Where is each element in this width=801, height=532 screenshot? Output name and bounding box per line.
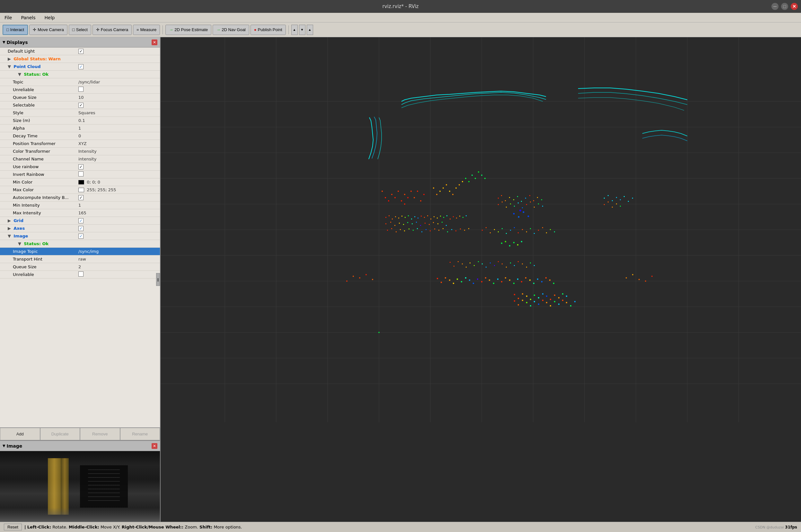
pc-status-arrow[interactable]: ▼ bbox=[18, 72, 21, 77]
measure-icon: = bbox=[136, 27, 139, 32]
displays-collapse-icon[interactable]: ▼ bbox=[3, 40, 5, 44]
invertrainbow-checkbox[interactable] bbox=[78, 171, 84, 176]
minimize-button[interactable]: ─ bbox=[771, 3, 779, 10]
svg-rect-104 bbox=[417, 228, 418, 229]
toolbar-arrow-down[interactable]: ▼ bbox=[299, 25, 306, 35]
statusbar: Reset | Left-Click: Rotate. Middle-Click… bbox=[0, 522, 801, 532]
svg-rect-148 bbox=[510, 230, 511, 231]
display-row-selectable: Selectable bbox=[0, 101, 160, 109]
displays-scroll[interactable]: Default Light ▶ Global Status: Warn ▼ Po… bbox=[0, 48, 160, 428]
toolbar-2dpose-button[interactable]: → 2D Pose Estimate bbox=[165, 25, 211, 35]
svg-rect-73 bbox=[440, 216, 441, 216]
svg-rect-139 bbox=[538, 204, 539, 204]
display-row-imagetopic[interactable]: Image Topic /sync/img bbox=[0, 248, 160, 255]
svg-rect-219 bbox=[489, 280, 490, 281]
alpha-label: Alpha bbox=[13, 126, 25, 131]
svg-rect-238 bbox=[522, 293, 523, 294]
axes-checkbox[interactable] bbox=[78, 226, 84, 231]
image-arrow[interactable]: ▼ bbox=[8, 233, 11, 239]
toolbar-focuscamera-button[interactable]: ✛ Focus Camera bbox=[92, 25, 132, 35]
globalstatus-arrow[interactable]: ▶ bbox=[8, 56, 11, 61]
svg-rect-110 bbox=[442, 228, 443, 229]
svg-rect-76 bbox=[450, 218, 451, 220]
menu-panels[interactable]: Panels bbox=[19, 15, 37, 21]
grid-arrow[interactable]: ▶ bbox=[8, 218, 11, 223]
fps-value: 31fps bbox=[785, 525, 797, 529]
panel-resize-handle[interactable]: ‖ bbox=[156, 273, 160, 286]
image-status-arrow[interactable]: ▼ bbox=[18, 241, 21, 246]
menu-help[interactable]: Help bbox=[43, 15, 57, 21]
svg-rect-64 bbox=[411, 218, 412, 220]
svg-rect-89 bbox=[416, 222, 417, 223]
userainbow-checkbox[interactable] bbox=[78, 164, 84, 169]
svg-rect-116 bbox=[468, 228, 469, 229]
svg-rect-246 bbox=[554, 294, 555, 296]
size-label: Size (m) bbox=[13, 118, 30, 123]
image-panel-title: Image bbox=[6, 443, 22, 449]
toolbar-interact-button[interactable]: □ Interact bbox=[3, 25, 28, 35]
svg-rect-243 bbox=[542, 293, 543, 294]
axes-arrow[interactable]: ▶ bbox=[8, 226, 11, 231]
svg-rect-205 bbox=[521, 241, 522, 242]
svg-point-45 bbox=[452, 194, 454, 195]
toolbar-select-button[interactable]: □ Select bbox=[69, 25, 91, 35]
remove-button[interactable]: Remove bbox=[80, 428, 120, 440]
svg-point-44 bbox=[449, 191, 450, 192]
pointcloud-arrow[interactable]: ▼ bbox=[8, 64, 11, 69]
display-row-maxintensity: Max Intensity 165 bbox=[0, 209, 160, 217]
3d-viewport[interactable] bbox=[161, 37, 801, 522]
close-button[interactable]: ✕ bbox=[791, 3, 798, 10]
svg-rect-147 bbox=[506, 233, 507, 234]
grid-svg bbox=[161, 37, 801, 522]
img-queuesize-value: 2 bbox=[78, 264, 81, 269]
maxcolor-value: 255; 255; 255 bbox=[87, 187, 116, 192]
svg-rect-222 bbox=[501, 281, 502, 282]
svg-point-51 bbox=[472, 174, 473, 176]
svg-rect-83 bbox=[390, 222, 391, 223]
svg-point-266 bbox=[359, 277, 360, 279]
toolbar-arrow-left[interactable]: ▲ bbox=[291, 25, 298, 35]
svg-point-28 bbox=[395, 197, 396, 198]
duplicate-button[interactable]: Duplicate bbox=[40, 428, 80, 440]
pointcloud-checkbox[interactable] bbox=[78, 64, 84, 69]
svg-rect-229 bbox=[529, 280, 531, 281]
image-collapse-icon[interactable]: ▼ bbox=[3, 444, 5, 448]
grid-checkbox[interactable] bbox=[78, 218, 84, 223]
svg-rect-185 bbox=[616, 197, 617, 198]
svg-rect-200 bbox=[501, 243, 502, 244]
svg-rect-122 bbox=[517, 196, 518, 197]
mincolor-swatch[interactable] bbox=[78, 180, 84, 185]
display-row-autocompute: Autocompute Intensity B... bbox=[0, 194, 160, 202]
svg-rect-254 bbox=[530, 305, 531, 306]
add-button[interactable]: Add bbox=[0, 428, 40, 440]
img-unreliable-checkbox[interactable] bbox=[78, 271, 84, 277]
reset-button[interactable]: Reset bbox=[4, 524, 22, 530]
svg-point-275 bbox=[651, 276, 653, 277]
svg-rect-213 bbox=[465, 277, 466, 279]
selectable-label: Selectable bbox=[13, 103, 35, 108]
unreliable-checkbox[interactable] bbox=[78, 87, 84, 92]
toolbar-movecamera-button[interactable]: ✛ Move Camera bbox=[29, 25, 68, 35]
autocompute-checkbox[interactable] bbox=[78, 195, 84, 200]
svg-rect-220 bbox=[493, 283, 494, 284]
menubar: File Panels Help bbox=[0, 13, 801, 22]
svg-rect-63 bbox=[408, 215, 409, 216]
maxcolor-swatch[interactable] bbox=[78, 188, 84, 192]
selectable-checkbox[interactable] bbox=[78, 103, 84, 108]
displays-close-button[interactable]: ✕ bbox=[151, 39, 157, 45]
rename-button[interactable]: Rename bbox=[120, 428, 160, 440]
maximize-button[interactable]: □ bbox=[781, 3, 788, 10]
toolbar-2dnavgoal-button[interactable]: → 2D Nav Goal bbox=[213, 25, 249, 35]
image-panel-close-button[interactable]: ✕ bbox=[151, 443, 157, 449]
svg-rect-180 bbox=[530, 263, 531, 263]
interact-icon: □ bbox=[6, 27, 9, 32]
toolbar-publishpoint-button[interactable]: ● Publish Point bbox=[251, 25, 286, 35]
toolbar-measure-button[interactable]: = Measure bbox=[133, 25, 160, 35]
image-checkbox[interactable] bbox=[78, 233, 84, 239]
defaultlight-checkbox[interactable] bbox=[78, 49, 84, 54]
svg-rect-151 bbox=[522, 229, 523, 230]
window-title: rviz.rviz* - RViz bbox=[383, 3, 419, 9]
menu-file[interactable]: File bbox=[3, 15, 14, 21]
svg-point-52 bbox=[475, 178, 476, 179]
toolbar-arrow-right[interactable]: ▲ bbox=[307, 25, 313, 35]
